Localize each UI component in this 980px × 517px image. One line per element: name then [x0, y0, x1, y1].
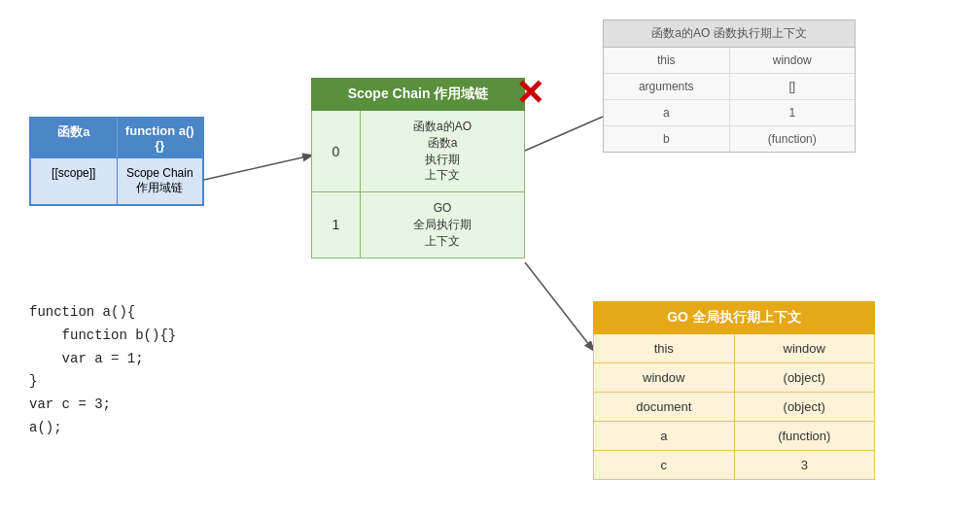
scope-chain-val-1: GO全局执行期上下文: [361, 192, 524, 257]
scope-chain-val-0: 函数a的AO函数a执行期上下文: [361, 111, 524, 191]
svg-line-0: [204, 155, 311, 180]
ao-table-row-this: this window: [604, 48, 855, 74]
ao-val-b: (function): [730, 126, 856, 152]
code-line-1: function a(){: [29, 301, 176, 325]
x-mark: ✕: [515, 73, 544, 114]
ao-val-arguments: []: [730, 74, 856, 99]
ao-table-header: 函数a的AO 函数执行期上下文: [604, 20, 855, 48]
func-box-header-left: 函数a: [31, 119, 118, 157]
scope-chain-header: Scope Chain 作用域链: [311, 78, 525, 111]
ao-table: 函数a的AO 函数执行期上下文 this window arguments []…: [603, 19, 856, 153]
func-box-body: [[scope]] Scope Chain作用域链: [31, 157, 202, 204]
go-val-window: (object): [735, 363, 875, 392]
scope-chain-row-1: 1 GO全局执行期上下文: [311, 192, 525, 258]
go-table-header: GO 全局执行期上下文: [593, 301, 875, 334]
go-table-row-this: this window: [593, 334, 875, 363]
go-val-c: 3: [735, 451, 875, 479]
go-table: GO 全局执行期上下文 this window window (object) …: [593, 301, 875, 480]
func-box-scope-key: [[scope]]: [31, 157, 118, 204]
go-table-row-a: a (function): [593, 422, 875, 451]
code-line-3: var a = 1;: [29, 348, 176, 371]
func-box: 函数a function a(){} [[scope]] Scope Chain…: [29, 117, 204, 206]
code-line-6: a();: [29, 417, 176, 440]
go-key-c: c: [594, 451, 735, 479]
svg-line-2: [525, 262, 593, 350]
ao-table-row-arguments: arguments []: [604, 74, 855, 100]
go-table-row-document: document (object): [593, 393, 875, 422]
ao-key-arguments: arguments: [604, 74, 730, 99]
go-table-row-window: window (object): [593, 363, 875, 393]
go-val-document: (object): [735, 393, 875, 421]
go-table-row-c: c 3: [593, 451, 875, 480]
go-val-a: (function): [735, 422, 875, 450]
go-val-this: window: [735, 334, 875, 362]
scope-chain-row-0: 0 函数a的AO函数a执行期上下文: [311, 111, 525, 192]
svg-line-1: [525, 117, 603, 151]
func-box-header-right: function a(){}: [118, 119, 203, 157]
go-key-this: this: [594, 334, 735, 362]
ao-val-this: window: [730, 48, 856, 73]
code-line-5: var c = 3;: [29, 394, 176, 417]
func-box-header: 函数a function a(){}: [31, 119, 202, 157]
code-line-2: function b(){}: [29, 325, 176, 348]
code-block: function a(){ function b(){} var a = 1; …: [29, 301, 176, 440]
func-box-scope-val: Scope Chain作用域链: [118, 157, 203, 204]
go-key-window: window: [594, 363, 735, 392]
scope-chain-idx-1: 1: [312, 192, 361, 257]
code-line-4: }: [29, 370, 176, 394]
go-key-a: a: [594, 422, 735, 450]
scope-chain-table: Scope Chain 作用域链 0 函数a的AO函数a执行期上下文 1 GO全…: [311, 78, 525, 258]
ao-key-b: b: [604, 126, 730, 152]
go-key-document: document: [594, 393, 735, 421]
ao-table-row-b: b (function): [604, 126, 855, 152]
ao-val-a: 1: [730, 100, 856, 125]
ao-key-this: this: [604, 48, 730, 73]
ao-key-a: a: [604, 100, 730, 125]
ao-table-row-a: a 1: [604, 100, 855, 126]
scope-chain-idx-0: 0: [312, 111, 361, 191]
